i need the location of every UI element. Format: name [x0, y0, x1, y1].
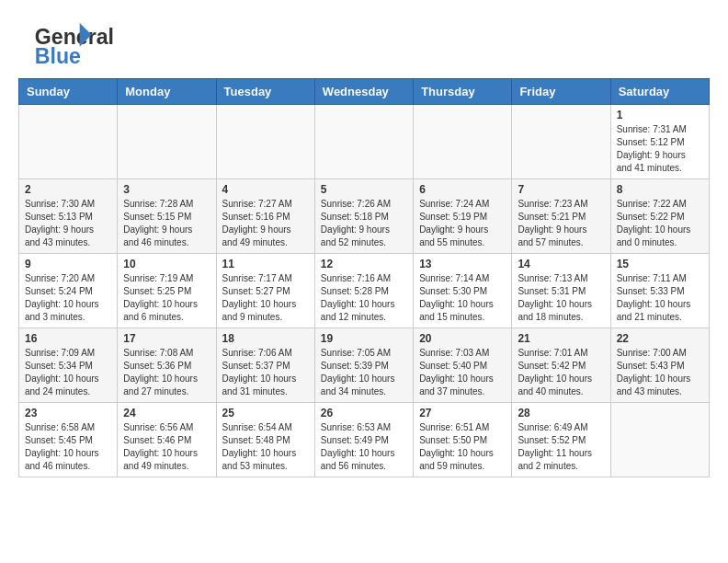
day-number: 17	[123, 332, 210, 345]
day-cell: 27Sunrise: 6:51 AMSunset: 5:50 PMDayligh…	[414, 403, 512, 477]
day-cell: 24Sunrise: 6:56 AMSunset: 5:46 PMDayligh…	[118, 403, 216, 477]
week-row-3: 9Sunrise: 7:20 AMSunset: 5:24 PMDaylight…	[19, 254, 710, 328]
day-number: 6	[419, 183, 506, 196]
day-info: Sunrise: 7:27 AMSunset: 5:16 PMDaylight:…	[222, 198, 309, 249]
day-cell: 1Sunrise: 7:31 AMSunset: 5:12 PMDaylight…	[610, 105, 709, 179]
day-cell	[314, 105, 413, 179]
week-row-2: 2Sunrise: 7:30 AMSunset: 5:13 PMDaylight…	[19, 179, 710, 254]
day-number: 24	[123, 407, 210, 419]
day-cell	[512, 105, 610, 179]
day-number: 8	[617, 183, 703, 196]
day-info: Sunrise: 7:31 AMSunset: 5:12 PMDaylight:…	[617, 123, 703, 175]
day-number: 4	[222, 183, 309, 196]
day-info: Sunrise: 7:08 AMSunset: 5:36 PMDaylight:…	[123, 347, 210, 398]
weekday-header-saturday: Saturday	[610, 79, 709, 105]
day-cell: 14Sunrise: 7:13 AMSunset: 5:31 PMDayligh…	[512, 254, 610, 328]
day-cell: 19Sunrise: 7:05 AMSunset: 5:39 PMDayligh…	[314, 328, 413, 403]
day-cell: 5Sunrise: 7:26 AMSunset: 5:18 PMDaylight…	[314, 179, 413, 254]
day-number: 1	[617, 109, 703, 121]
day-number: 21	[518, 332, 604, 345]
day-cell: 4Sunrise: 7:27 AMSunset: 5:16 PMDaylight…	[216, 179, 314, 254]
day-cell: 16Sunrise: 7:09 AMSunset: 5:34 PMDayligh…	[19, 328, 118, 403]
day-number: 10	[123, 258, 210, 270]
page-header: General Blue	[18, 18, 710, 64]
day-cell: 8Sunrise: 7:22 AMSunset: 5:22 PMDaylight…	[610, 179, 709, 254]
day-cell: 12Sunrise: 7:16 AMSunset: 5:28 PMDayligh…	[314, 254, 413, 328]
day-number: 27	[419, 407, 506, 419]
day-number: 2	[25, 183, 111, 196]
day-number: 18	[222, 332, 309, 345]
weekday-header-monday: Monday	[118, 79, 216, 105]
day-info: Sunrise: 6:53 AMSunset: 5:49 PMDaylight:…	[321, 421, 407, 473]
day-number: 5	[321, 183, 407, 196]
weekday-header-friday: Friday	[512, 79, 610, 105]
day-cell: 3Sunrise: 7:28 AMSunset: 5:15 PMDaylight…	[118, 179, 216, 254]
day-info: Sunrise: 7:03 AMSunset: 5:40 PMDaylight:…	[419, 347, 506, 398]
day-cell: 2Sunrise: 7:30 AMSunset: 5:13 PMDaylight…	[19, 179, 118, 254]
day-cell: 9Sunrise: 7:20 AMSunset: 5:24 PMDaylight…	[19, 254, 118, 328]
day-info: Sunrise: 7:14 AMSunset: 5:30 PMDaylight:…	[419, 272, 506, 324]
day-info: Sunrise: 7:05 AMSunset: 5:39 PMDaylight:…	[321, 347, 407, 398]
day-cell: 10Sunrise: 7:19 AMSunset: 5:25 PMDayligh…	[118, 254, 216, 328]
day-number: 19	[321, 332, 407, 345]
weekday-header-sunday: Sunday	[19, 79, 118, 105]
day-number: 9	[25, 258, 111, 270]
day-info: Sunrise: 7:06 AMSunset: 5:37 PMDaylight:…	[222, 347, 309, 398]
weekday-header-wednesday: Wednesday	[314, 79, 413, 105]
day-number: 20	[419, 332, 506, 345]
day-number: 25	[222, 407, 309, 419]
svg-text:Blue: Blue	[35, 44, 81, 68]
day-cell	[610, 403, 709, 477]
day-info: Sunrise: 7:24 AMSunset: 5:19 PMDaylight:…	[419, 198, 506, 249]
day-number: 13	[419, 258, 506, 270]
day-number: 15	[617, 258, 703, 270]
day-number: 3	[123, 183, 210, 196]
day-info: Sunrise: 6:54 AMSunset: 5:48 PMDaylight:…	[222, 421, 309, 473]
day-cell: 6Sunrise: 7:24 AMSunset: 5:19 PMDaylight…	[414, 179, 512, 254]
weekday-header-row: SundayMondayTuesdayWednesdayThursdayFrid…	[19, 79, 710, 105]
day-cell: 15Sunrise: 7:11 AMSunset: 5:33 PMDayligh…	[610, 254, 709, 328]
day-cell: 28Sunrise: 6:49 AMSunset: 5:52 PMDayligh…	[512, 403, 610, 477]
week-row-4: 16Sunrise: 7:09 AMSunset: 5:34 PMDayligh…	[19, 328, 710, 403]
day-number: 7	[518, 183, 604, 196]
logo: General Blue	[18, 18, 110, 64]
week-row-5: 23Sunrise: 6:58 AMSunset: 5:45 PMDayligh…	[19, 403, 710, 477]
day-cell: 21Sunrise: 7:01 AMSunset: 5:42 PMDayligh…	[512, 328, 610, 403]
day-cell: 7Sunrise: 7:23 AMSunset: 5:21 PMDaylight…	[512, 179, 610, 254]
day-number: 28	[518, 407, 604, 419]
day-number: 23	[25, 407, 111, 419]
day-info: Sunrise: 6:49 AMSunset: 5:52 PMDaylight:…	[518, 421, 604, 473]
day-number: 16	[25, 332, 111, 345]
day-info: Sunrise: 7:19 AMSunset: 5:25 PMDaylight:…	[123, 272, 210, 324]
day-cell: 22Sunrise: 7:00 AMSunset: 5:43 PMDayligh…	[610, 328, 709, 403]
weekday-header-tuesday: Tuesday	[216, 79, 314, 105]
day-cell: 18Sunrise: 7:06 AMSunset: 5:37 PMDayligh…	[216, 328, 314, 403]
day-cell: 11Sunrise: 7:17 AMSunset: 5:27 PMDayligh…	[216, 254, 314, 328]
day-info: Sunrise: 6:51 AMSunset: 5:50 PMDaylight:…	[419, 421, 506, 473]
day-info: Sunrise: 7:11 AMSunset: 5:33 PMDaylight:…	[617, 272, 703, 324]
day-info: Sunrise: 7:13 AMSunset: 5:31 PMDaylight:…	[518, 272, 604, 324]
day-cell: 13Sunrise: 7:14 AMSunset: 5:30 PMDayligh…	[414, 254, 512, 328]
day-cell	[216, 105, 314, 179]
logo-icon: General Blue	[18, 23, 110, 64]
day-info: Sunrise: 7:26 AMSunset: 5:18 PMDaylight:…	[321, 198, 407, 249]
day-info: Sunrise: 7:28 AMSunset: 5:15 PMDaylight:…	[123, 198, 210, 249]
week-row-1: 1Sunrise: 7:31 AMSunset: 5:12 PMDaylight…	[19, 105, 710, 179]
day-info: Sunrise: 7:16 AMSunset: 5:28 PMDaylight:…	[321, 272, 407, 324]
day-info: Sunrise: 7:09 AMSunset: 5:34 PMDaylight:…	[25, 347, 111, 398]
day-info: Sunrise: 7:20 AMSunset: 5:24 PMDaylight:…	[25, 272, 111, 324]
calendar-table: SundayMondayTuesdayWednesdayThursdayFrid…	[18, 78, 710, 477]
day-number: 14	[518, 258, 604, 270]
day-number: 11	[222, 258, 309, 270]
day-number: 12	[321, 258, 407, 270]
day-cell	[118, 105, 216, 179]
day-info: Sunrise: 7:22 AMSunset: 5:22 PMDaylight:…	[617, 198, 703, 249]
day-info: Sunrise: 7:17 AMSunset: 5:27 PMDaylight:…	[222, 272, 309, 324]
day-number: 22	[617, 332, 703, 345]
weekday-header-thursday: Thursday	[414, 79, 512, 105]
day-cell	[414, 105, 512, 179]
day-cell	[19, 105, 118, 179]
day-cell: 20Sunrise: 7:03 AMSunset: 5:40 PMDayligh…	[414, 328, 512, 403]
day-info: Sunrise: 7:01 AMSunset: 5:42 PMDaylight:…	[518, 347, 604, 398]
day-info: Sunrise: 7:30 AMSunset: 5:13 PMDaylight:…	[25, 198, 111, 249]
